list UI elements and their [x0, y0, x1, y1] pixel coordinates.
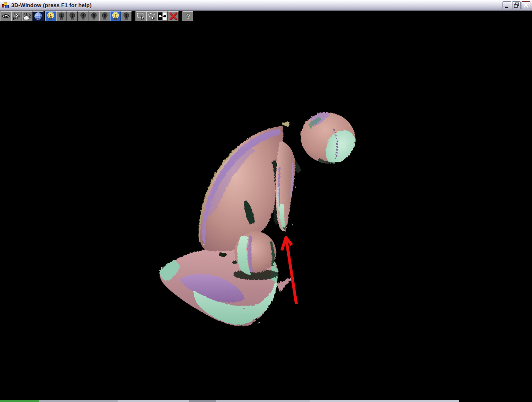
polygon-select-icon: [147, 12, 157, 21]
close-icon: [522, 2, 530, 8]
light-4-button[interactable]: 4: [78, 11, 89, 21]
svg-text:7: 7: [115, 14, 117, 17]
light-6-button[interactable]: 6: [99, 11, 110, 21]
invert-selection-button[interactable]: [157, 11, 168, 21]
bulb-icon: 2: [57, 12, 66, 21]
taskbar-segment[interactable]: [0, 400, 39, 402]
svg-text:1: 1: [50, 14, 52, 17]
minimize-button[interactable]: [502, 1, 511, 9]
svg-text:3: 3: [71, 14, 74, 17]
spikes-icon: [22, 12, 32, 21]
delete-selection-button[interactable]: [168, 11, 179, 21]
window-icon[interactable]: [2, 2, 9, 9]
wireframe-mesh-button[interactable]: [11, 11, 22, 21]
bulb-icon: 4: [78, 12, 88, 21]
sphere-icon: [33, 12, 43, 21]
taskbar-segment[interactable]: [216, 400, 310, 402]
close-button[interactable]: [522, 1, 530, 9]
bulb-icon: 5: [89, 12, 99, 21]
bulb-icon: 6: [100, 12, 110, 21]
restore-icon: [513, 2, 520, 8]
svg-text:4: 4: [82, 14, 84, 17]
light-8-button[interactable]: 8: [121, 11, 132, 21]
invert-selection-icon: [158, 12, 167, 21]
app-window: 3D-Window (press F1 for help): [0, 0, 532, 402]
taskbar-strip: [0, 400, 532, 402]
taskbar-segment[interactable]: [459, 400, 532, 402]
taskbar-segment[interactable]: [39, 400, 118, 402]
bulb-icon: 7: [111, 12, 121, 21]
delete-x-icon: [168, 12, 178, 21]
mesh-icon: [12, 12, 22, 21]
svg-text:6: 6: [104, 14, 106, 17]
window-icon-blue-square: [5, 5, 9, 8]
svg-text:8: 8: [126, 14, 128, 17]
window-title: 3D-Window (press F1 for help): [11, 2, 91, 8]
statue-patchwork: [159, 105, 361, 326]
rectangle-select-icon: [136, 12, 146, 21]
select-rectangle-button[interactable]: [135, 11, 146, 21]
shaded-view-button[interactable]: [33, 11, 44, 21]
model-statue: [154, 100, 362, 336]
select-polygon-button[interactable]: [146, 11, 157, 21]
light-7-button[interactable]: 7: [110, 11, 121, 21]
restore-button[interactable]: [512, 1, 521, 9]
eye-icon: [1, 12, 11, 21]
help-icon: ?: [186, 12, 190, 20]
help-button[interactable]: ?: [182, 11, 193, 21]
view-eye-button[interactable]: [0, 11, 11, 21]
window-controls: [502, 1, 530, 9]
title-bar: 3D-Window (press F1 for help): [0, 0, 532, 11]
bulb-icon: 3: [67, 12, 77, 21]
minimize-icon: [503, 2, 510, 8]
taskbar-segment[interactable]: [118, 400, 189, 402]
taskbar-segment[interactable]: [189, 400, 216, 402]
light-5-button[interactable]: 5: [89, 11, 99, 21]
bulb-icon: 8: [121, 12, 131, 21]
light-3-button[interactable]: 3: [67, 11, 78, 21]
point-normals-button[interactable]: [22, 11, 33, 21]
toolbar: 1 2 3 4: [0, 11, 532, 22]
svg-text:2: 2: [61, 14, 63, 17]
svg-text:5: 5: [93, 14, 95, 17]
light-1-button[interactable]: 1: [45, 11, 56, 21]
light-2-button[interactable]: 2: [56, 11, 67, 21]
bulb-icon: 1: [46, 12, 56, 21]
taskbar-segment[interactable]: [310, 400, 459, 402]
